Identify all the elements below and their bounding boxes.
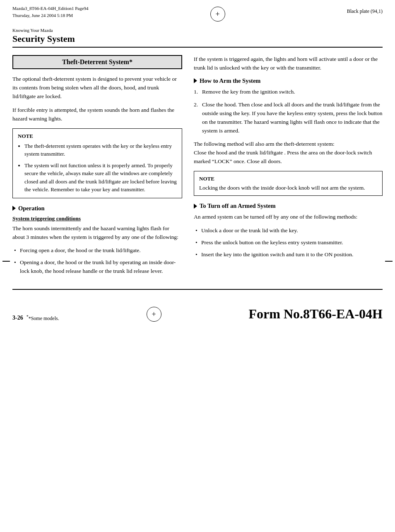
registration-mark-bottom: [147, 307, 161, 322]
page-number-area: 3-26 **Some models.: [12, 314, 59, 322]
trigger-item-2: Opening a door, the hood or the trunk li…: [12, 258, 182, 276]
top-header: Mazda3_8T66-EA-04H_Edition1 Page94 Thurs…: [0, 0, 395, 22]
section-title: Security System: [12, 34, 383, 44]
triangle-icon-turnoff: [194, 204, 197, 209]
trigger-list: Forcing open a door, the hood or the tru…: [12, 246, 182, 276]
note-item-1: The theft-deterrent system operates with…: [24, 142, 177, 158]
turn-off-item-1: Unlock a door or the trunk lid with the …: [194, 226, 383, 235]
note-box-left: NOTE The theft-deterrent system operates…: [12, 128, 182, 198]
triangle-icon-operation: [12, 206, 16, 211]
note-text-right: Locking the doors with the inside door-l…: [199, 185, 377, 191]
page-number: 3-26: [12, 315, 23, 321]
page-wrapper: Mazda3_8T66-EA-04H_Edition1 Page94 Thurs…: [0, 0, 395, 532]
registration-mark-top: [210, 7, 225, 22]
arm-step-1: 1. Remove the key from the ignition swit…: [194, 88, 383, 96]
arm-heading: How to Arm the System: [194, 77, 383, 84]
left-column: Theft-Deterrent System* The optional the…: [12, 55, 182, 281]
right-intro-text: If the system is triggered again, the li…: [194, 55, 383, 72]
note-label-right: NOTE: [199, 176, 377, 182]
theft-deterrent-heading: Theft-Deterrent System*: [12, 55, 182, 69]
operation-heading: Operation: [12, 205, 182, 212]
note-list-left: The theft-deterrent system operates with…: [18, 142, 177, 194]
note-box-right: NOTE Locking the doors with the inside d…: [194, 171, 383, 196]
section-rule: [12, 47, 383, 48]
bottom-area: 3-26 **Some models. Form No.8T66-EA-04H: [0, 302, 395, 326]
turn-off-item-3: Insert the key into the ignition switch …: [194, 250, 383, 259]
also-arm-text: The following method will also arm the t…: [194, 140, 383, 166]
turn-off-item-2: Press the unlock button on the keyless e…: [194, 238, 383, 247]
header-line1: Mazda3_8T66-EA-04H_Edition1 Page94: [12, 5, 89, 12]
bottom-center: [147, 307, 161, 322]
system-triggering-heading: System triggering conditions: [12, 215, 182, 222]
turn-off-list: Unlock a door or the trunk lid with the …: [194, 226, 383, 259]
intro-p1: The optional theft-deterrent system is d…: [12, 75, 182, 101]
form-number: Form No.8T66-EA-04H: [248, 306, 383, 322]
arm-step-2: 2. Close the hood. Then close and lock a…: [194, 101, 383, 135]
header-right: Black plate (94,1): [347, 5, 383, 14]
reg-mark-left: [2, 261, 10, 262]
note-label-left: NOTE: [18, 133, 177, 140]
right-column: If the system is triggered again, the li…: [194, 55, 383, 281]
header-line2: Thursday, June 24 2004 5:18 PM: [12, 12, 89, 19]
trigger-item-1: Forcing open a door, the hood or the tru…: [12, 246, 182, 255]
asterisk-note: **Some models.: [26, 314, 59, 322]
main-content: Knowing Your Mazda Security System Theft…: [0, 22, 395, 289]
triangle-icon-arm: [194, 78, 197, 83]
intro-p2: If forcible entry is attempted, the syst…: [12, 106, 182, 123]
top-left-text: Mazda3_8T66-EA-04H_Edition1 Page94 Thurs…: [12, 5, 89, 19]
turn-off-heading: To Turn off an Armed System: [194, 202, 383, 209]
arm-steps-list: 1. Remove the key from the ignition swit…: [194, 88, 383, 135]
note-item-2: The system will not function unless it i…: [24, 161, 177, 194]
two-col-layout: Theft-Deterrent System* The optional the…: [12, 55, 383, 281]
system-triggering-text: The horn sounds intermittently and the h…: [12, 224, 182, 242]
reg-mark-right: [385, 261, 393, 262]
section-category: Knowing Your Mazda: [12, 28, 383, 33]
bottom-rule: [12, 289, 383, 290]
turn-off-intro: An armed system can be turned off by any…: [194, 213, 383, 221]
